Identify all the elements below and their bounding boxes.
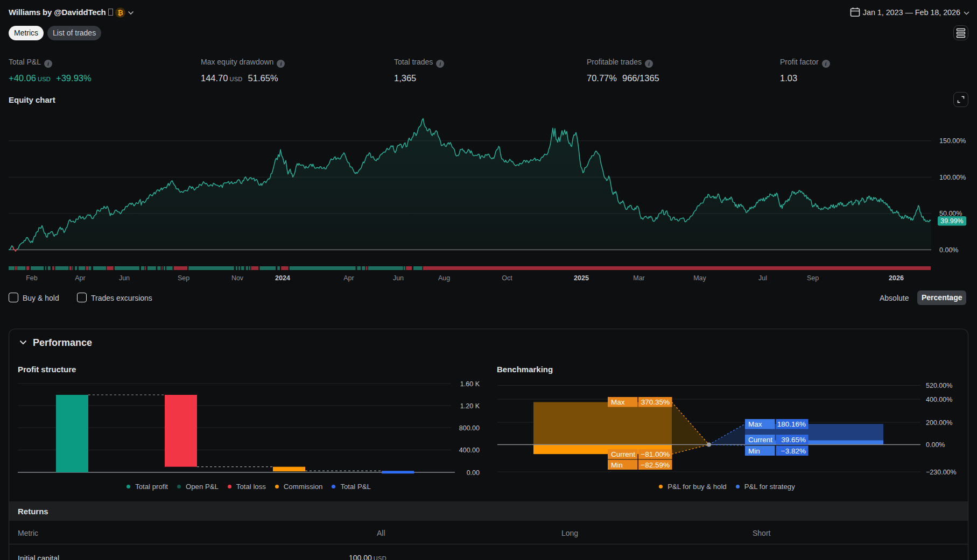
- svg-text:1.60 K: 1.60 K: [460, 380, 480, 388]
- svg-text:0.00%: 0.00%: [926, 441, 945, 449]
- svg-text:Current: Current: [611, 450, 635, 458]
- svg-text:1.20 K: 1.20 K: [460, 402, 480, 410]
- svg-text:Max: Max: [748, 420, 762, 428]
- svg-text:800.00: 800.00: [459, 424, 480, 432]
- svg-text:100.00%: 100.00%: [939, 174, 966, 181]
- svg-text:−82.59%: −82.59%: [641, 461, 670, 469]
- svg-text:0.00%: 0.00%: [939, 246, 958, 254]
- svg-text:−81.00%: −81.00%: [641, 450, 670, 458]
- svg-text:50.00%: 50.00%: [939, 210, 962, 217]
- svg-text:Mar: Mar: [633, 274, 645, 282]
- svg-text:520.00%: 520.00%: [926, 382, 952, 389]
- svg-text:2024: 2024: [275, 274, 290, 282]
- svg-text:39.99%: 39.99%: [940, 217, 963, 225]
- svg-text:370.35%: 370.35%: [641, 398, 670, 406]
- svg-text:Min: Min: [611, 461, 623, 469]
- svg-text:Apr: Apr: [75, 274, 85, 282]
- svg-text:Max: Max: [611, 398, 625, 406]
- svg-text:Jun: Jun: [119, 274, 130, 282]
- svg-text:Sep: Sep: [807, 274, 819, 282]
- svg-text:May: May: [693, 274, 706, 282]
- svg-text:Jun: Jun: [393, 274, 404, 282]
- svg-text:200.00%: 200.00%: [926, 419, 952, 427]
- svg-text:2026: 2026: [889, 274, 904, 282]
- svg-text:Apr: Apr: [343, 274, 354, 282]
- svg-text:400.00%: 400.00%: [926, 396, 952, 403]
- svg-text:Min: Min: [748, 447, 760, 455]
- svg-text:Sep: Sep: [178, 274, 189, 282]
- svg-text:Jul: Jul: [758, 274, 767, 282]
- svg-text:2025: 2025: [574, 274, 589, 282]
- svg-text:Aug: Aug: [438, 274, 450, 282]
- svg-text:39.65%: 39.65%: [781, 436, 806, 444]
- svg-text:Oct: Oct: [502, 274, 512, 282]
- svg-text:Feb: Feb: [26, 274, 38, 282]
- svg-text:−3.82%: −3.82%: [781, 447, 806, 455]
- svg-text:400.00: 400.00: [459, 446, 480, 454]
- svg-text:Nov: Nov: [231, 274, 244, 282]
- svg-text:0.00: 0.00: [467, 469, 480, 477]
- svg-text:150.00%: 150.00%: [939, 137, 966, 145]
- svg-text:Current: Current: [748, 436, 772, 444]
- svg-text:−230.00%: −230.00%: [926, 469, 957, 476]
- svg-text:180.16%: 180.16%: [777, 420, 806, 428]
